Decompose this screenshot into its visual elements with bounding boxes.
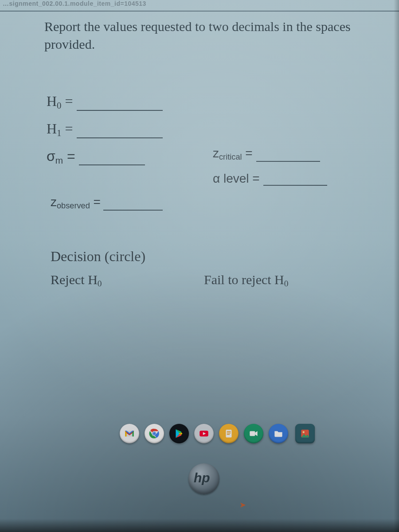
cursor-arrow-icon: ➤ <box>239 500 246 510</box>
decision-reject-sub: 0 <box>98 279 102 288</box>
svg-rect-8 <box>227 434 230 435</box>
horizontal-rule <box>0 11 399 12</box>
h0-sub: 0 <box>57 100 61 110</box>
sigma-m-input[interactable] <box>79 152 145 165</box>
zcrit-eq: = <box>242 146 253 160</box>
z-critical-input[interactable] <box>256 149 320 162</box>
zcrit-label: z <box>213 146 219 160</box>
youtube-icon[interactable] <box>194 424 214 443</box>
decision-option-fail-to-reject[interactable]: Fail to reject H0 <box>204 272 289 289</box>
field-alpha-level: α level = <box>213 172 355 186</box>
h0-eq: = <box>62 93 73 109</box>
decision-fail-text: Fail to reject H <box>204 272 284 287</box>
files-icon[interactable] <box>269 424 288 443</box>
decision-fail-sub: 0 <box>284 279 289 288</box>
zobs-eq: = <box>90 195 101 209</box>
field-z-observed: zobserved = <box>51 195 163 211</box>
chrome-icon[interactable] <box>145 424 164 443</box>
alpha-level-input[interactable] <box>263 172 327 186</box>
field-h0: H0 = <box>47 93 180 111</box>
zcrit-sub: critical <box>219 153 242 161</box>
photos-icon[interactable] <box>295 424 315 443</box>
hp-logo: hp <box>188 463 219 494</box>
field-h1: H1 = <box>47 121 180 138</box>
z-observed-input[interactable] <box>103 197 163 211</box>
hp-logo-text: hp <box>194 471 210 485</box>
h1-label: H <box>47 121 57 137</box>
svg-rect-6 <box>227 431 231 432</box>
docs-icon[interactable] <box>219 424 239 443</box>
svg-rect-9 <box>250 431 255 436</box>
h1-input[interactable] <box>77 125 163 138</box>
decision-option-reject[interactable]: Reject H0 <box>51 272 102 289</box>
h1-sub: 1 <box>57 128 61 138</box>
sigma-sub: m <box>55 155 63 165</box>
svg-point-3 <box>153 432 155 434</box>
chromeos-shelf <box>120 421 332 447</box>
field-z-critical: zcritical = <box>213 146 355 162</box>
svg-point-11 <box>303 431 305 433</box>
decision-heading: Decision (circle) <box>51 248 145 265</box>
decision-reject-text: Reject H <box>51 272 98 287</box>
sigma-eq: = <box>63 148 75 164</box>
cropped-url-bar: …signment_002.00.1.module_item_id=104513 <box>0 0 193 9</box>
instruction-text: Report the values requested to two decim… <box>44 18 377 53</box>
h0-input[interactable] <box>77 98 163 111</box>
sigma-label: σ <box>47 148 55 164</box>
field-sigma-m: σm = <box>47 148 180 166</box>
zobs-sub: observed <box>57 201 90 210</box>
alpha-label: α level = <box>213 172 260 186</box>
gmail-icon[interactable] <box>120 424 139 443</box>
camera-icon[interactable] <box>244 424 263 443</box>
h1-eq: = <box>62 121 73 137</box>
svg-rect-7 <box>227 433 231 434</box>
zobs-label: z <box>51 195 57 209</box>
h0-label: H <box>47 93 57 109</box>
svg-rect-5 <box>226 430 232 437</box>
google-play-icon[interactable] <box>169 424 189 443</box>
